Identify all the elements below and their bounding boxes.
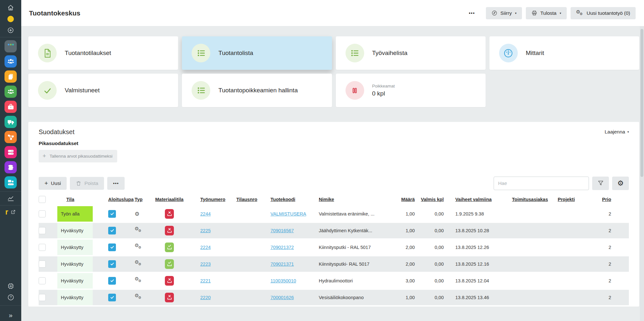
nimike-cell: Hydraulimoottori bbox=[310, 273, 390, 289]
help-icon[interactable]: ? bbox=[7, 293, 14, 301]
brand-logo[interactable]: r bbox=[5, 208, 16, 216]
column-header-tila[interactable]: Tila bbox=[66, 197, 74, 202]
app-network-icon[interactable] bbox=[5, 131, 17, 143]
new-production-work-button[interactable]: ⚙⚙ Uusi tuotantotyö (0) bbox=[571, 7, 636, 19]
aloituslupa-checkbox[interactable] bbox=[108, 227, 116, 234]
column-header-tuotekoodi[interactable]: Tuotekoodi bbox=[270, 197, 295, 202]
projekti-cell bbox=[555, 290, 585, 305]
tuotekoodi-link[interactable]: 709016567 bbox=[270, 228, 294, 233]
aloituslupa-checkbox[interactable] bbox=[108, 294, 116, 301]
column-header-prio[interactable]: Prio bbox=[602, 197, 611, 202]
row-checkbox[interactable] bbox=[39, 294, 46, 301]
tile-label: Mittarit bbox=[526, 50, 544, 57]
app-documents-icon[interactable] bbox=[5, 70, 17, 83]
row-checkbox[interactable] bbox=[39, 227, 46, 234]
app-finance-icon[interactable] bbox=[5, 161, 17, 173]
app-hr-icon[interactable] bbox=[5, 55, 17, 68]
tile-tuotantolista[interactable]: Tuotantolista bbox=[182, 36, 332, 70]
add-icon[interactable] bbox=[7, 26, 14, 34]
maara-cell: 1,00 bbox=[390, 290, 417, 305]
app-servers-icon[interactable] bbox=[5, 146, 17, 158]
column-header-vaiheet-valmiina[interactable]: Vaiheet valmiina bbox=[455, 197, 492, 202]
column-header-valmis-kpl[interactable]: Valmis kpl bbox=[421, 197, 444, 202]
column-header-m-r-[interactable]: Määrä bbox=[401, 197, 415, 202]
tyonumero-link[interactable]: 2224 bbox=[200, 245, 211, 250]
table-settings-button[interactable]: ⚙ bbox=[612, 177, 629, 190]
app-launcher-icon[interactable] bbox=[5, 40, 17, 52]
aloituslupa-checkbox[interactable] bbox=[108, 243, 116, 251]
row-checkbox[interactable] bbox=[39, 277, 46, 284]
save-quick-filter-button[interactable]: + Tallenna arvot pikasuodattimeksi bbox=[39, 150, 117, 162]
app-production-icon[interactable] bbox=[5, 176, 17, 188]
column-header-toimitusasiakas[interactable]: Toimitusasiakas bbox=[512, 197, 548, 202]
document-icon bbox=[38, 44, 57, 62]
tyonumero-link[interactable]: 2225 bbox=[200, 228, 211, 233]
table-row[interactable]: Hyväksytty⚙⚙2224709021372Kiinnitysputki … bbox=[39, 240, 629, 255]
column-header-projekti[interactable]: Projekti bbox=[558, 197, 575, 202]
expand-sidebar-icon[interactable]: » bbox=[9, 310, 13, 318]
row-checkbox[interactable] bbox=[39, 261, 46, 268]
maara-cell: 1,00 bbox=[390, 223, 417, 238]
ai-assistant-icon[interactable]: AI bbox=[7, 282, 14, 290]
app-logistics-icon[interactable] bbox=[5, 116, 17, 128]
tile-label: Tuotantopoikkeamien hallinta bbox=[218, 87, 298, 94]
header-more-button[interactable]: ••• bbox=[469, 11, 475, 16]
siirry-button[interactable]: Siirry ▾ bbox=[486, 7, 522, 19]
column-header-nimike[interactable]: Nimike bbox=[319, 197, 334, 202]
tyonumero-link[interactable]: 2223 bbox=[200, 261, 211, 267]
aloituslupa-checkbox[interactable] bbox=[108, 277, 116, 285]
tyonumero-link[interactable]: 2221 bbox=[200, 278, 211, 283]
app-crm-icon[interactable] bbox=[5, 86, 17, 98]
select-all-checkbox[interactable] bbox=[39, 196, 46, 203]
tile-tuotantopoikkeamien-hallinta[interactable]: Tuotantopoikkeamien hallinta bbox=[182, 74, 332, 107]
tile-tyovaihelista[interactable]: Työvaihelista bbox=[336, 36, 486, 70]
column-header-materiaalitila[interactable]: Materiaalitila bbox=[155, 197, 184, 202]
tilausnro-cell bbox=[227, 290, 261, 305]
vaiheet-valmiina-cell: 13.8.2025 12.04 bbox=[446, 273, 507, 289]
tuotekoodi-link[interactable]: 709021372 bbox=[270, 245, 294, 250]
app-projects-icon[interactable] bbox=[5, 101, 17, 113]
home-icon[interactable] bbox=[7, 4, 14, 12]
table-row[interactable]: Hyväksytty⚙⚙2225709016567Jäähdyttimen Ky… bbox=[39, 223, 629, 238]
column-header-tilausnro[interactable]: Tilausnro bbox=[236, 197, 257, 202]
tuotekoodi-link[interactable]: 709021371 bbox=[270, 261, 294, 267]
tile-mittarit[interactable]: Mittarit bbox=[489, 36, 639, 70]
production-table: TilaAloituslupaTypMateriaalitilaTyönumer… bbox=[39, 191, 629, 307]
valmis-kpl-cell: 0,00 bbox=[417, 273, 446, 289]
toimitusasiakas-cell bbox=[507, 223, 555, 238]
row-checkbox[interactable] bbox=[39, 244, 46, 251]
sidebar-divider bbox=[0, 37, 21, 37]
column-header-ty-numero[interactable]: Työnumero bbox=[200, 197, 225, 202]
search-input[interactable] bbox=[494, 177, 589, 190]
tulosta-button[interactable]: Tulosta ▾ bbox=[526, 7, 567, 19]
tile-tuotantotilaukset[interactable]: Tuotantotilaukset bbox=[28, 36, 178, 70]
vertical-scrollbar[interactable] bbox=[640, 26, 644, 321]
tile-valmistuneet[interactable]: Valmistuneet bbox=[28, 74, 178, 107]
tile-poikkeamat[interactable]: Poikkeamat 0 kpl bbox=[336, 74, 486, 107]
column-header-typ[interactable]: Typ bbox=[135, 197, 143, 202]
vaiheet-valmiina-cell: 13.8.2025 10.28 bbox=[446, 223, 507, 238]
chevron-down-icon: ▾ bbox=[627, 130, 629, 133]
row-checkbox[interactable] bbox=[39, 210, 46, 217]
plus-icon: + bbox=[44, 180, 48, 187]
table-row[interactable]: Hyväksytty⚙⚙2220700001626Vesisäiliökokoo… bbox=[39, 290, 629, 305]
tyonumero-link[interactable]: 2220 bbox=[200, 295, 211, 300]
tuotekoodi-link[interactable]: 700001626 bbox=[270, 295, 294, 300]
avatar[interactable] bbox=[7, 16, 14, 22]
column-header-aloituslupa[interactable]: Aloituslupa bbox=[108, 197, 134, 202]
aloituslupa-checkbox[interactable] bbox=[108, 210, 116, 218]
table-row[interactable]: Hyväksytty⚙⚙22211100350010Hydraulimootto… bbox=[39, 273, 629, 289]
tuotekoodi-link[interactable]: VALMISTUSERA bbox=[270, 211, 306, 216]
expand-filters-button[interactable]: Laajenna ▾ bbox=[605, 129, 629, 135]
new-button[interactable]: + Uusi bbox=[39, 177, 67, 190]
tyonumero-link[interactable]: 2244 bbox=[200, 211, 211, 216]
delete-button[interactable]: Poista bbox=[70, 177, 104, 190]
table-row[interactable]: Hyväksytty⚙⚙2223709021371Kiinnitysputki-… bbox=[39, 256, 629, 272]
aloituslupa-checkbox[interactable] bbox=[108, 260, 116, 268]
scrollbar-thumb[interactable] bbox=[640, 29, 643, 177]
more-actions-button[interactable]: ••• bbox=[107, 177, 125, 190]
filter-button[interactable] bbox=[592, 177, 609, 190]
analytics-icon[interactable] bbox=[7, 195, 14, 202]
tuotekoodi-link[interactable]: 1100350010 bbox=[270, 278, 296, 283]
table-row[interactable]: Työn alla⚙2244VALMISTUSERAValmistettava … bbox=[39, 206, 629, 222]
